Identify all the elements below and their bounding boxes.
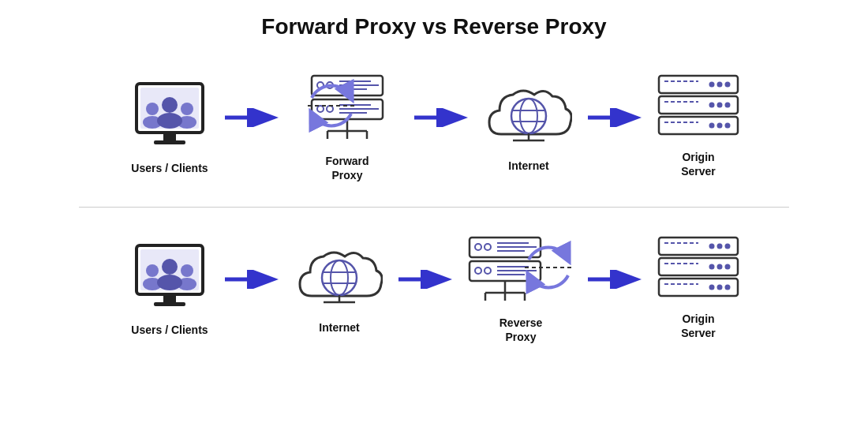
node-internet-top: Internet [473,79,584,173]
svg-rect-2 [163,133,176,140]
forward-proxy-row: Users / Clients [16,47,852,205]
arrow-1-bottom [221,209,284,367]
node-origin-server-top: OriginServer [647,74,750,178]
node-reverse-proxy: ReverseProxy [458,232,584,344]
forward-proxy-label: ForwardProxy [325,154,369,182]
svg-point-6 [181,103,193,115]
svg-point-92 [717,243,723,249]
svg-point-49 [709,122,715,128]
svg-point-4 [146,103,159,115]
svg-point-39 [709,81,715,87]
server-stack-origin-top [655,74,742,145]
users-label-bottom: Users / Clients [131,323,208,337]
svg-rect-3 [154,140,185,144]
internet-label-top: Internet [508,159,548,173]
arrow-3-top [584,47,647,205]
page-title: Forward Proxy vs Reverse Proxy [261,14,606,39]
svg-point-98 [725,264,731,269]
arrow-2-bottom [395,209,458,367]
monitor-icon-top [130,77,209,156]
reverse-proxy-label: ReverseProxy [499,316,543,344]
node-internet-bottom: Internet [284,241,395,335]
cloud-icon-top [485,79,572,154]
svg-point-46 [725,102,731,107]
svg-point-101 [709,284,715,290]
svg-point-40 [717,81,723,87]
arrow-2-top [410,47,473,205]
node-forward-proxy: ForwardProxy [284,70,410,182]
svg-point-96 [709,264,715,269]
svg-point-58 [181,264,193,277]
svg-point-93 [725,243,731,249]
svg-point-50 [717,122,723,128]
svg-point-61 [157,275,182,290]
users-label-top: Users / Clients [131,161,208,175]
node-users-top: Users / Clients [118,77,221,175]
row-divider [79,207,789,208]
node-origin-server-bottom: OriginServer [647,236,750,340]
cloud-icon-bottom [296,241,383,316]
node-users-bottom: Users / Clients [118,239,221,337]
svg-point-103 [725,284,731,290]
origin-server-label-top: OriginServer [681,150,716,178]
svg-rect-54 [163,294,176,302]
circular-arrows-reverse [513,232,584,303]
svg-point-60 [162,259,178,275]
arrow-1-top [221,47,284,205]
svg-point-56 [146,264,159,277]
svg-point-44 [709,102,715,107]
svg-point-91 [709,243,715,249]
circular-arrows-forward [296,70,367,141]
svg-point-97 [717,264,723,269]
svg-point-41 [725,81,731,87]
reverse-proxy-row: Users / Clients [16,209,852,367]
monitor-icon-bottom [130,239,209,318]
arrow-3-bottom [584,209,647,367]
svg-point-51 [725,122,731,128]
diagram: Users / Clients [16,47,852,367]
origin-server-label-bottom: OriginServer [681,312,716,340]
svg-point-102 [717,284,723,290]
svg-point-45 [717,102,723,107]
server-stack-origin-bottom [655,236,742,307]
svg-rect-55 [154,302,185,306]
svg-point-8 [162,97,178,113]
svg-point-9 [157,113,182,129]
internet-label-bottom: Internet [319,320,359,335]
